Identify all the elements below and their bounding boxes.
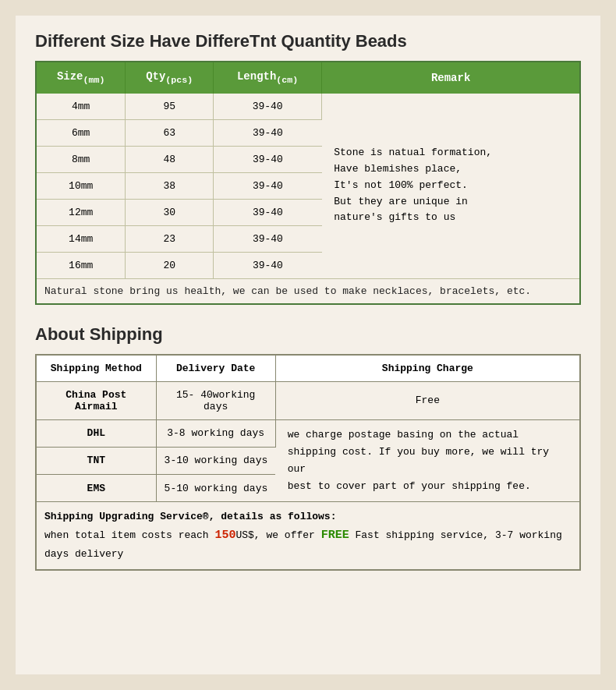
- shipping-upgrade-row: Shipping Upgrading Service®, details as …: [37, 502, 579, 569]
- delivery-tnt: 3-10 working days: [156, 447, 275, 474]
- shipping-col-delivery: Delivery Date: [156, 356, 275, 382]
- shipping-col-method: Shipping Method: [37, 356, 156, 382]
- method-dhl: DHL: [37, 419, 156, 447]
- qty-16mm: 20: [126, 252, 214, 278]
- charge-combined: we charge postage basing on the actual s…: [275, 419, 579, 501]
- section2: About Shipping Shipping Method Delivery …: [35, 324, 581, 571]
- about-shipping-title: About Shipping: [35, 324, 581, 345]
- length-14mm: 39-40: [214, 225, 322, 252]
- length-10mm: 39-40: [214, 172, 322, 199]
- col-header-qty: Qty(pcs): [126, 62, 214, 94]
- length-8mm: 39-40: [214, 146, 322, 172]
- charge-airmail: Free: [275, 381, 579, 419]
- col-header-length: Length(cm): [214, 62, 322, 94]
- upgrade-currency: US$: [235, 529, 253, 541]
- size-6mm: 6mm: [37, 119, 126, 146]
- upgrade-amount: 150: [214, 529, 235, 542]
- qty-4mm: 95: [126, 94, 214, 120]
- size-10mm: 10mm: [37, 172, 126, 199]
- size-16mm: 16mm: [37, 252, 126, 278]
- upgrade-label: Shipping Upgrading Service®, details as …: [44, 511, 336, 522]
- bottom-note-row: Natural stone bring us health, we can be…: [37, 278, 579, 303]
- upgrade-prefix: when total item costs reach: [44, 529, 214, 541]
- qty-14mm: 23: [126, 225, 214, 252]
- bottom-note: Natural stone bring us health, we can be…: [37, 278, 579, 303]
- size-12mm: 12mm: [37, 199, 126, 225]
- upgrade-middle: , we offer: [254, 529, 321, 541]
- remark-cell: Stone is natual formation, Have blemishe…: [322, 94, 579, 279]
- qty-6mm: 63: [126, 119, 214, 146]
- length-16mm: 39-40: [214, 252, 322, 278]
- qty-10mm: 38: [126, 172, 214, 199]
- length-12mm: 39-40: [214, 199, 322, 225]
- col-header-size: Size(mm): [37, 62, 126, 94]
- section1: Different Size Have DiffereTnt Quantity …: [35, 31, 581, 305]
- section1-title: Different Size Have DiffereTnt Quantity …: [35, 31, 581, 51]
- delivery-airmail: 15- 40working days: [156, 381, 275, 419]
- beads-table-wrapper: Size(mm) Qty(pcs) Length(cm) Remark 4mm …: [35, 61, 581, 305]
- delivery-dhl: 3-8 working days: [156, 419, 275, 447]
- size-4mm: 4mm: [37, 94, 126, 120]
- table-row: 4mm 95 39-40 Stone is natual formation, …: [37, 94, 579, 120]
- method-tnt: TNT: [37, 447, 156, 474]
- method-ems: EMS: [37, 475, 156, 502]
- size-8mm: 8mm: [37, 146, 126, 172]
- length-4mm: 39-40: [214, 94, 322, 120]
- size-14mm: 14mm: [37, 225, 126, 252]
- page-container: Different Size Have DiffereTnt Quantity …: [16, 16, 600, 674]
- length-6mm: 39-40: [214, 119, 322, 146]
- method-airmail: China Post Airmail: [37, 381, 156, 419]
- shipping-upgrade-note: Shipping Upgrading Service®, details as …: [37, 502, 579, 569]
- shipping-row-airmail: China Post Airmail 15- 40working days Fr…: [37, 381, 579, 419]
- shipping-row-dhl: DHL 3-8 working days we charge postage b…: [37, 419, 579, 447]
- col-header-remark: Remark: [322, 62, 579, 94]
- delivery-ems: 5-10 working days: [156, 475, 275, 502]
- qty-8mm: 48: [126, 146, 214, 172]
- upgrade-free: FREE: [321, 529, 349, 542]
- beads-table: Size(mm) Qty(pcs) Length(cm) Remark 4mm …: [37, 62, 579, 303]
- shipping-table: Shipping Method Delivery Date Shipping C…: [37, 356, 579, 569]
- shipping-table-wrapper: Shipping Method Delivery Date Shipping C…: [35, 354, 581, 571]
- shipping-col-charge: Shipping Charge: [275, 356, 579, 382]
- qty-12mm: 30: [126, 199, 214, 225]
